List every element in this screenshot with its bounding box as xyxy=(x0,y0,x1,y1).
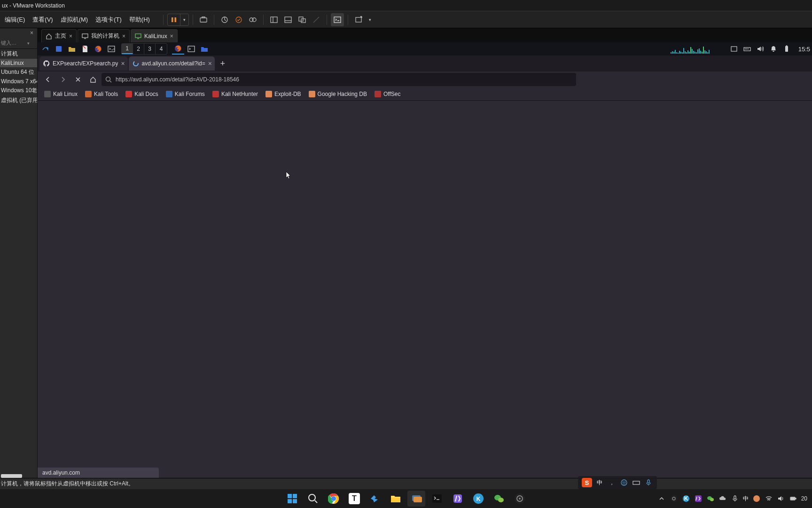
firefox-taskbar-item[interactable] xyxy=(172,43,184,55)
menu-tabs[interactable]: 选项卡(T) xyxy=(92,14,125,26)
close-icon[interactable]: × xyxy=(121,60,125,67)
app-taskbar-item[interactable]: K xyxy=(469,491,487,507)
snapshot-take-button[interactable] xyxy=(218,13,231,26)
snapshot-manager-button[interactable] xyxy=(246,13,259,26)
vm-pause-button[interactable]: ▾ xyxy=(167,14,189,26)
vmware-tab-kalilinux[interactable]: KaliLinux × xyxy=(131,29,178,42)
tray-volume-icon[interactable] xyxy=(777,494,785,503)
sogou-ime-bar[interactable]: S 中 ， xyxy=(578,476,657,489)
ime-keyboard-icon[interactable] xyxy=(632,478,641,487)
show-desktop-button[interactable] xyxy=(53,43,65,55)
search-button[interactable] xyxy=(304,491,322,507)
bookmark-item[interactable]: Kali Linux xyxy=(41,89,80,99)
terminal-taskbar-item[interactable] xyxy=(428,491,446,507)
tray-lang-indicator[interactable]: 中 xyxy=(743,495,749,503)
close-icon[interactable]: × xyxy=(69,33,72,40)
obs-taskbar-item[interactable] xyxy=(511,491,529,507)
stop-button[interactable] xyxy=(71,73,85,86)
close-icon[interactable]: × xyxy=(30,30,33,36)
terminal-launcher[interactable]: ▾ xyxy=(105,43,117,55)
bookmark-item[interactable]: Kali Forums xyxy=(163,89,208,99)
bookmark-item[interactable]: OffSec xyxy=(372,89,403,99)
start-button[interactable] xyxy=(283,491,301,507)
bookmark-item[interactable]: Kali Docs xyxy=(123,89,161,99)
kali-menu-button[interactable] xyxy=(39,43,52,55)
files-taskbar-item[interactable] xyxy=(198,43,211,55)
screenshot-icon[interactable] xyxy=(728,43,740,55)
library-item[interactable]: Windows 7 x64 xyxy=(0,77,37,86)
menu-help[interactable]: 帮助(H) xyxy=(125,14,154,26)
ime-lang-indicator[interactable]: 中 xyxy=(595,478,604,487)
library-scrollbar[interactable] xyxy=(1,474,22,478)
battery-icon[interactable] xyxy=(781,43,793,55)
tray-chevron-icon[interactable] xyxy=(657,494,666,503)
bookmark-item[interactable]: Kali Tools xyxy=(82,89,121,99)
close-icon[interactable]: × xyxy=(208,60,212,67)
url-bar[interactable]: https://avd.aliyun.com/detail?id=AVD-201… xyxy=(102,73,576,86)
taskbar-clock[interactable]: 20 xyxy=(801,496,810,502)
explorer-taskbar-item[interactable] xyxy=(387,491,405,507)
library-item[interactable]: KaliLinux xyxy=(0,59,37,67)
ime-emoji-icon[interactable] xyxy=(619,478,629,487)
workspace-2[interactable]: 2 xyxy=(133,44,144,54)
tray-wechat-icon[interactable] xyxy=(706,494,715,503)
vmware-tab-home[interactable]: 主页 × xyxy=(41,29,77,42)
kali-clock[interactable]: 15:5 xyxy=(798,46,810,53)
library-item[interactable]: Ubuntu 64 位 xyxy=(0,67,37,77)
firefox-tab[interactable]: EXPsearch/EXPsearch.py × xyxy=(39,56,128,71)
view-unity-button[interactable] xyxy=(296,13,309,26)
tray-app-icon[interactable] xyxy=(694,494,703,503)
firefox-launcher[interactable] xyxy=(92,43,104,55)
bookmark-item[interactable]: Google Hacking DB xyxy=(306,89,370,99)
ime-punct-icon[interactable]: ， xyxy=(607,478,617,487)
vmware-taskbar-item[interactable] xyxy=(407,491,425,507)
workspace-4[interactable]: 4 xyxy=(156,44,167,54)
vmware-tab-mycomputer[interactable]: 我的计算机 × xyxy=(78,29,130,42)
menu-edit[interactable]: 编辑(E) xyxy=(1,14,29,26)
chevron-down-icon[interactable]: ▾ xyxy=(19,41,38,46)
library-item[interactable]: 虚拟机 (已弃用) xyxy=(0,95,37,105)
tray-cloud-icon[interactable] xyxy=(718,494,727,503)
close-icon[interactable]: × xyxy=(170,33,173,40)
feishu-taskbar-item[interactable] xyxy=(366,491,384,507)
firefox-tab[interactable]: avd.aliyun.com/detail?id= × xyxy=(129,56,215,71)
close-icon[interactable]: × xyxy=(122,33,125,40)
tray-app-icon[interactable]: K xyxy=(682,494,690,503)
menu-vm[interactable]: 虚拟机(M) xyxy=(57,14,92,26)
files-launcher[interactable] xyxy=(66,43,78,55)
chevron-down-icon[interactable]: ▾ xyxy=(366,14,375,25)
bookmark-item[interactable]: Kali NetHunter xyxy=(210,89,261,99)
text-editor-launcher[interactable] xyxy=(79,43,91,55)
workspace-3[interactable]: 3 xyxy=(144,44,156,54)
wechat-taskbar-item[interactable] xyxy=(490,491,508,507)
console-button[interactable] xyxy=(331,13,344,26)
bookmark-item[interactable]: Exploit-DB xyxy=(263,89,304,99)
view-single-button[interactable] xyxy=(267,13,281,26)
tray-app-icon[interactable] xyxy=(752,494,761,503)
tray-wifi-icon[interactable] xyxy=(765,494,773,503)
library-item[interactable]: Windows 10老版 xyxy=(0,86,37,95)
volume-icon[interactable] xyxy=(754,43,766,55)
keyboard-icon[interactable] xyxy=(741,43,753,55)
tray-obs-icon[interactable] xyxy=(670,494,678,503)
terminal-taskbar-item[interactable] xyxy=(185,43,197,55)
chevron-down-icon[interactable]: ▾ xyxy=(180,14,188,25)
app-taskbar-item[interactable] xyxy=(449,491,467,507)
view-thumbnail-button[interactable] xyxy=(281,13,295,26)
back-button[interactable] xyxy=(41,73,55,86)
ime-mic-icon[interactable] xyxy=(644,478,653,487)
snapshot-revert-button[interactable] xyxy=(232,13,245,26)
workspace-1[interactable]: 1 xyxy=(122,44,133,54)
cpu-graph[interactable] xyxy=(671,44,727,54)
tray-battery-icon[interactable] xyxy=(789,494,797,503)
library-search[interactable]: 键入内容 ▾ xyxy=(0,38,37,49)
menu-view[interactable]: 查看(V) xyxy=(29,14,56,26)
notifications-icon[interactable] xyxy=(767,43,780,55)
send-ctrl-alt-del-button[interactable] xyxy=(197,13,210,26)
library-item[interactable]: 计算机 xyxy=(0,49,37,59)
new-tab-button[interactable]: + xyxy=(216,56,230,71)
view-stretch-button[interactable] xyxy=(310,13,323,26)
home-button[interactable] xyxy=(86,73,100,86)
tray-mic-icon[interactable] xyxy=(731,494,739,503)
forward-button[interactable] xyxy=(56,73,70,86)
